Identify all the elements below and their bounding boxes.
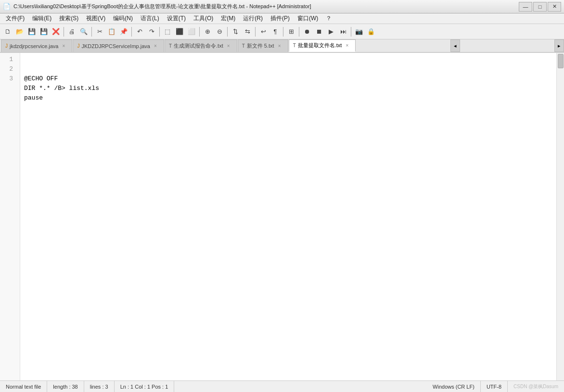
editor-content[interactable]: @ECHO OFFDIR *.* /B> list.xlspause — [20, 53, 556, 380]
vertical-scrollbar[interactable] — [556, 53, 564, 380]
title-bar-left: 📄 C:\Users\lixiliang02\Desktop\基于SpringB… — [3, 3, 311, 10]
toolbar-sep-15 — [159, 27, 160, 37]
editor-line: DIR *.* /B> list.xls — [24, 84, 552, 93]
menu-view[interactable]: 视图(V) — [82, 13, 109, 24]
tab-close-button[interactable]: × — [276, 43, 283, 50]
tab-tab2[interactable]: JJKDZDJRPCServiceImp.java× — [73, 39, 164, 52]
toolbar-btn-sync-h[interactable]: ⇆ — [242, 26, 253, 38]
toolbar-btn-new[interactable]: 🗋 — [2, 26, 13, 38]
tab-label: jkdzdjrpcservice.java — [10, 43, 58, 49]
tab-tab1[interactable]: Jjkdzdjrpcservice.java× — [1, 39, 72, 52]
toolbar-btn-save-all[interactable]: 💾 — [38, 26, 50, 38]
toolbar-btn-stop[interactable]: ⏹ — [313, 26, 325, 38]
toolbar-sep-30 — [299, 27, 299, 37]
toolbar-btn-lock[interactable]: 🔒 — [365, 26, 377, 38]
status-cursor: Ln : 1 Col : 1 Pos : 1 — [115, 381, 175, 392]
tab-icon: J — [77, 43, 79, 49]
tab-bar: Jjkdzdjrpcservice.java×JJKDZDJRPCService… — [0, 39, 564, 53]
editor-line: pause — [24, 93, 552, 103]
menu-window[interactable]: 窗口(W) — [294, 13, 322, 24]
tab-label: 新文件 5.txt — [247, 42, 274, 50]
toolbar-btn-save[interactable]: 💾 — [26, 26, 38, 38]
toolbar-btn-find[interactable]: ⬚ — [162, 26, 173, 38]
status-bar: Normal text file length : 38 lines : 3 L… — [0, 380, 564, 392]
toolbar-sep-22 — [227, 27, 228, 37]
toolbar-btn-copy[interactable]: 📋 — [106, 26, 117, 38]
menu-plugins[interactable]: 插件(P) — [267, 13, 294, 24]
toolbar-btn-zoom-in[interactable]: ⊕ — [202, 26, 213, 38]
editor-line: @ECHO OFF — [24, 74, 552, 84]
status-lines: lines : 3 — [84, 381, 115, 392]
line-numbers: 123 — [0, 53, 20, 380]
menu-tools[interactable]: 工具(O) — [190, 13, 217, 24]
tab-icon: T — [169, 43, 172, 49]
tab-close-button[interactable]: × — [225, 43, 232, 50]
menu-run[interactable]: 运行(R) — [239, 13, 267, 24]
menu-edit[interactable]: 编辑(E) — [28, 13, 55, 24]
toolbar-sep-5 — [64, 27, 64, 37]
status-watermark: CSDN @菜枫Dasum — [508, 381, 564, 392]
toolbar-btn-undo[interactable]: ↶ — [134, 26, 145, 38]
tab-icon: T — [293, 43, 296, 48]
toolbar-btn-all-chars[interactable]: ¶ — [269, 26, 281, 38]
toolbar-btn-zoom-out[interactable]: ⊖ — [214, 26, 225, 38]
toolbar-btn-print[interactable]: 🖨 — [66, 26, 77, 38]
toolbar-btn-indent[interactable]: ⊞ — [285, 26, 297, 38]
minimize-button[interactable]: — — [519, 2, 532, 12]
toolbar-sep-19 — [199, 27, 200, 37]
maximize-button[interactable]: □ — [533, 2, 547, 12]
toolbar-btn-snapshot[interactable]: 📷 — [353, 26, 365, 38]
toolbar-btn-cut[interactable]: ✂ — [94, 26, 105, 38]
scrollbar-thumb[interactable] — [558, 54, 564, 68]
tab-scroll-left[interactable]: ◂ — [450, 39, 460, 52]
window-controls: — □ ✕ — [519, 2, 561, 12]
menu-file[interactable]: 文件(F) — [2, 13, 28, 24]
toolbar-btn-close-all[interactable]: ❌ — [50, 26, 62, 38]
toolbar-btn-sync-v[interactable]: ⇅ — [230, 26, 241, 38]
toolbar-btn-paste[interactable]: 📌 — [118, 26, 129, 38]
toolbar-sep-8 — [91, 27, 92, 37]
status-line-ending: Windows (CR LF) — [427, 381, 481, 392]
tab-close-button[interactable]: × — [152, 43, 159, 50]
editor-container: 123 @ECHO OFFDIR *.* /B> list.xlspause — [0, 53, 564, 380]
tab-close-button[interactable]: × — [344, 42, 350, 49]
toolbar-sep-12 — [131, 27, 132, 37]
menu-help[interactable]: ？ — [322, 13, 335, 24]
menu-language[interactable]: 语言(L) — [137, 13, 163, 24]
line-number: 3 — [0, 74, 16, 84]
line-number: 2 — [0, 64, 16, 74]
status-length: length : 38 — [47, 381, 84, 392]
status-encoding: UTF-8 — [481, 381, 508, 392]
close-button[interactable]: ✕ — [548, 2, 561, 12]
tab-icon: T — [242, 43, 245, 49]
tab-icon: J — [5, 43, 8, 49]
app-icon: 📄 — [3, 3, 11, 10]
status-file-type: Normal text file — [0, 381, 47, 392]
toolbar-btn-wrap[interactable]: ↩ — [257, 26, 269, 38]
tab-scroll-right[interactable]: ▸ — [554, 39, 564, 52]
toolbar-btn-find-in-files[interactable]: 🔍 — [78, 26, 90, 38]
tab-close-button[interactable]: × — [60, 43, 67, 50]
toolbar-btn-rec[interactable]: ⏺ — [301, 26, 313, 38]
toolbar-btn-redo[interactable]: ↷ — [146, 26, 157, 38]
menu-bar: 文件(F)编辑(E)搜索(S)视图(V)编码(N)语言(L)设置(T)工具(O)… — [0, 13, 564, 24]
menu-encoding[interactable]: 编码(N) — [109, 13, 137, 24]
toolbar-btn-play[interactable]: ▶ — [325, 26, 337, 38]
toolbar: 🗋📂💾💾❌🖨🔍✂📋📌↶↷⬚⬛⬜⊕⊖⇅⇆↩¶⊞⏺⏹▶⏭📷🔒 — [0, 24, 564, 39]
line-number: 1 — [0, 55, 16, 64]
toolbar-btn-open[interactable]: 📂 — [14, 26, 26, 38]
toolbar-btn-go-to[interactable]: ⬜ — [186, 26, 197, 38]
toolbar-btn-run[interactable]: ⏭ — [337, 26, 349, 38]
tab-tab4[interactable]: T新文件 5.txt× — [238, 39, 288, 52]
tab-tab5[interactable]: T批量提取文件名.txt× — [289, 39, 356, 52]
menu-search[interactable]: 搜索(S) — [55, 13, 82, 24]
menu-settings[interactable]: 设置(T) — [163, 13, 190, 24]
title-bar: 📄 C:\Users\lixiliang02\Desktop\基于SpringB… — [0, 0, 564, 13]
tab-label: JKDZDJRPCServiceImp.java — [81, 43, 150, 49]
tab-tab3[interactable]: T生成测试报告命令.txt× — [165, 39, 237, 52]
tab-label: 批量提取文件名.txt — [298, 42, 342, 49]
toolbar-btn-replace[interactable]: ⬛ — [174, 26, 185, 38]
toolbar-sep-35 — [351, 27, 351, 37]
tab-label: 生成测试报告命令.txt — [174, 42, 223, 50]
menu-macro[interactable]: 宏(M) — [217, 13, 239, 24]
